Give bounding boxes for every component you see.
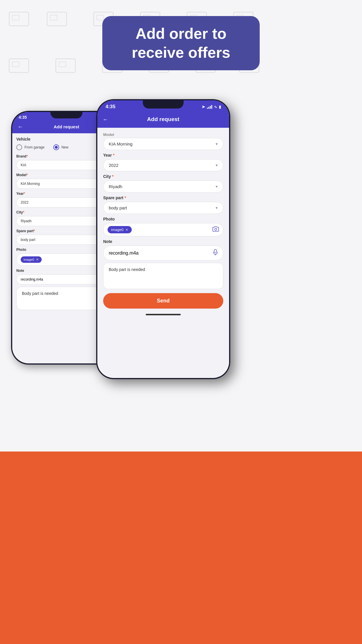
year-value-right: 2022 (109, 163, 118, 168)
time-left: 4:35 (19, 115, 27, 120)
from-garage-radio[interactable] (16, 144, 22, 150)
send-button[interactable]: Send (103, 293, 223, 309)
from-garage-label: From garage (24, 145, 45, 149)
note-label-right: Note (103, 239, 223, 244)
photo-label-right: Photo (103, 217, 223, 221)
spare-part-value-left: body part (21, 238, 35, 242)
year-input-right[interactable]: 2022 ▾ (103, 159, 223, 171)
battery-icon: ▮ (219, 105, 221, 109)
banner-text: Add order to receive offers (120, 24, 242, 62)
spare-part-dropdown-arrow: ▾ (216, 206, 218, 210)
brand-value: KIA (21, 163, 26, 167)
new-radio[interactable] (53, 144, 59, 150)
phone-right: 4:35 ➤ ∿ ▮ ← Add request (96, 99, 230, 379)
signal-bar-2 (208, 107, 209, 109)
notch-right (143, 100, 184, 108)
back-button-right[interactable]: ← (103, 116, 108, 123)
year-value-left: 2022 (21, 200, 29, 204)
city-value-left: Riyadh (21, 219, 31, 223)
signal-bar-1 (207, 108, 208, 109)
city-label-right: City * (103, 174, 223, 179)
model-scroll-label: Model (103, 132, 223, 137)
header-title-right: Add request (147, 116, 180, 123)
model-value-left: KIA Morning (21, 182, 40, 186)
mic-icon-right[interactable] (213, 249, 218, 257)
city-value-right: Riyadh (109, 184, 122, 189)
signal-bars (207, 105, 212, 109)
spare-part-value-right: body part (109, 205, 127, 210)
header-banner: Add order to receive offers (102, 16, 260, 70)
phone-right-inner: 4:35 ➤ ∿ ▮ ← Add request (97, 100, 229, 378)
back-button-left[interactable]: ← (17, 123, 23, 130)
image-tag-left: image0 ✕ (21, 256, 42, 263)
header-title-left: Add request (54, 124, 79, 129)
city-dropdown-arrow: ▾ (216, 184, 218, 189)
remove-image-right[interactable]: ✕ (125, 228, 128, 232)
spare-part-label-right: Spare part * (103, 195, 223, 200)
remove-image-left[interactable]: ✕ (36, 258, 39, 262)
signal-bar-3 (210, 106, 211, 109)
photo-field-right[interactable]: image0 ✕ (103, 223, 223, 236)
status-icons-right: ➤ ∿ ▮ (202, 104, 221, 109)
year-dropdown-arrow: ▾ (216, 163, 218, 167)
app-header-right: ← Add request (97, 112, 229, 128)
note-input-right[interactable]: recording.m4a (103, 246, 223, 260)
signal-bar-4 (211, 105, 212, 109)
note-value-right: recording.m4a (109, 251, 138, 256)
note-value-left: recording.m4a (21, 277, 43, 281)
new-option[interactable]: New (53, 144, 68, 150)
image-tag-right: image0 ✕ (108, 226, 132, 233)
home-indicator-right (146, 314, 181, 315)
year-label-right: Year * (103, 153, 223, 158)
from-garage-option[interactable]: From garage (16, 144, 45, 150)
svg-rect-1 (214, 249, 217, 253)
new-label: New (61, 145, 68, 149)
notch-left (50, 112, 82, 118)
background-bottom (0, 452, 362, 644)
camera-icon-right[interactable] (212, 226, 219, 233)
spare-part-input-right[interactable]: body part ▾ (103, 202, 223, 214)
wifi-icon: ∿ (214, 105, 217, 109)
model-input-right[interactable]: KIA Morning ▾ (103, 138, 223, 150)
model-dropdown-arrow: ▾ (216, 142, 218, 146)
city-input-right[interactable]: Riyadh ▾ (103, 181, 223, 192)
time-right: 4:35 (106, 104, 115, 110)
form-content-right: Model KIA Morning ▾ Year * 2022 ▾ City *… (97, 128, 229, 376)
svg-point-0 (215, 228, 217, 230)
body-textarea-right[interactable]: Body part is needed (103, 263, 223, 289)
location-icon-right: ➤ (202, 104, 205, 109)
model-value-right: KIA Morning (109, 141, 133, 146)
